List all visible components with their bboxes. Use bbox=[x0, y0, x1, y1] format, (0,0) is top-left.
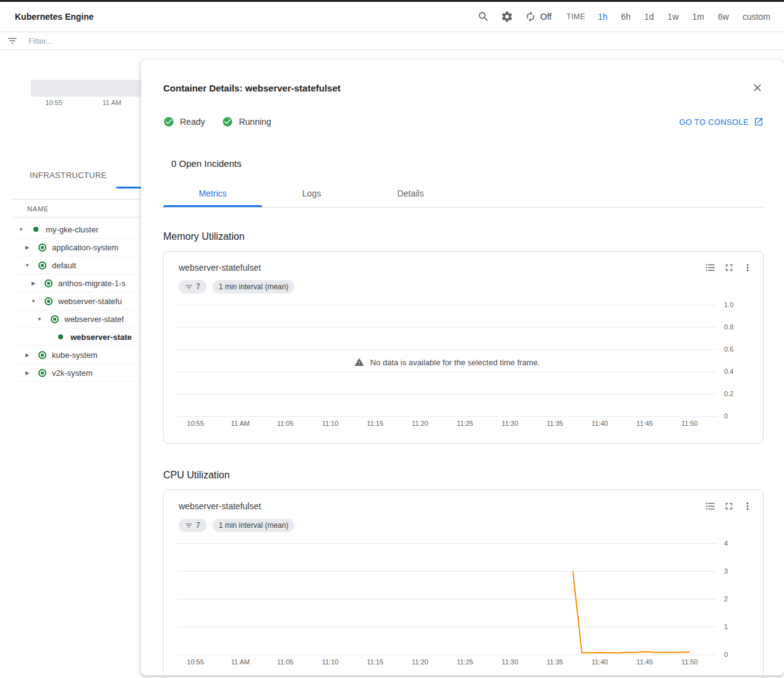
series-line bbox=[177, 537, 717, 661]
y-axis-label: 0 bbox=[724, 651, 728, 658]
tree-collapse-icon[interactable]: ▼ bbox=[22, 263, 32, 268]
y-axis-label: 0.2 bbox=[724, 390, 733, 397]
tree-item-webserver-statef[interactable]: ▼webserver-statef bbox=[12, 310, 142, 328]
go-to-console-link[interactable]: GO TO CONSOLE bbox=[679, 117, 764, 127]
cpu-utilization-chart[interactable]: 4321010:5511 AM11:0511:1011:1511:2011:25… bbox=[177, 537, 717, 661]
tree-item-label: kube-system bbox=[52, 350, 98, 360]
cpu-chart-card: webserver-statefulset bbox=[163, 489, 764, 678]
open-in-new-icon bbox=[754, 117, 764, 127]
tree-expand-icon[interactable]: ▶ bbox=[22, 245, 32, 250]
tree-expand-icon[interactable]: ▶ bbox=[28, 281, 38, 286]
time-label: TIME bbox=[566, 12, 586, 21]
x-axis-label: 11:25 bbox=[457, 420, 474, 427]
tree-expand-icon[interactable]: ▶ bbox=[22, 352, 32, 358]
filter-count-chip[interactable]: 7 bbox=[179, 519, 207, 532]
gridline bbox=[177, 371, 717, 372]
status-label: Ready bbox=[180, 117, 205, 127]
gridline bbox=[177, 349, 717, 350]
container-details-panel: Container Details: webserver-statefulset… bbox=[141, 60, 784, 676]
gridline bbox=[177, 327, 717, 328]
tree-item-default[interactable]: ▼default bbox=[12, 256, 142, 274]
time-range-1h[interactable]: 1h bbox=[597, 11, 609, 23]
time-range-1m[interactable]: 1m bbox=[691, 11, 705, 23]
refresh-icon bbox=[524, 11, 537, 23]
auto-refresh-toggle[interactable]: Off bbox=[524, 11, 552, 23]
status-dot-icon bbox=[56, 333, 65, 341]
filter-count-chip[interactable]: 7 bbox=[179, 280, 207, 294]
tree-collapse-icon[interactable]: ▼ bbox=[28, 299, 38, 304]
status-ready: Ready bbox=[163, 116, 205, 127]
tree-item-label: v2k-system bbox=[52, 368, 93, 378]
fullscreen-icon[interactable] bbox=[723, 262, 735, 273]
tree-item-label: webserver-state bbox=[70, 333, 132, 342]
time-range-custom[interactable]: custom bbox=[741, 11, 772, 23]
tree-item-webserver-state[interactable]: webserver-state bbox=[12, 328, 142, 346]
x-axis-label: 11:10 bbox=[322, 420, 339, 427]
y-axis-label: 4 bbox=[724, 540, 728, 547]
time-range-1w[interactable]: 1w bbox=[667, 11, 680, 23]
status-dot-icon bbox=[44, 297, 53, 305]
x-axis-label: 11:40 bbox=[592, 420, 608, 427]
more-vert-icon[interactable] bbox=[742, 501, 753, 512]
tree-item-application-system[interactable]: ▶application-system bbox=[12, 239, 142, 256]
x-axis-label: 11:15 bbox=[367, 420, 383, 427]
tab-metrics[interactable]: Metrics bbox=[163, 180, 262, 207]
mini-chart-tick: 11 AM bbox=[103, 99, 121, 106]
tree-item-my-gke-cluster[interactable]: ▼my-gke-cluster bbox=[12, 221, 142, 239]
y-axis-label: 0 bbox=[724, 412, 728, 420]
check-circle-icon bbox=[163, 116, 174, 127]
settings-gear-icon[interactable] bbox=[501, 11, 513, 23]
tree-collapse-icon[interactable]: ▼ bbox=[35, 316, 45, 322]
section-title-cpu: CPU Utilization bbox=[163, 470, 764, 481]
y-axis-label: 1.0 bbox=[724, 301, 733, 308]
filter-input[interactable] bbox=[27, 36, 778, 46]
mini-chart: 10:55 11 AM bbox=[31, 80, 142, 106]
tree-collapse-icon[interactable]: ▼ bbox=[16, 227, 26, 232]
search-icon[interactable] bbox=[477, 11, 490, 23]
tree-item-label: application-system bbox=[52, 243, 119, 252]
fullscreen-icon[interactable] bbox=[723, 501, 735, 512]
x-axis-label: 11:20 bbox=[412, 420, 428, 427]
tree-item-webserver-statefu[interactable]: ▼webserver-statefu bbox=[12, 292, 142, 310]
x-axis-label: 11:30 bbox=[501, 420, 518, 427]
status-dot-icon bbox=[38, 243, 46, 252]
mini-chart-tick: 10:55 bbox=[45, 99, 62, 106]
check-circle-icon bbox=[222, 116, 233, 127]
x-axis-label: 11:50 bbox=[681, 420, 698, 427]
tab-details[interactable]: Details bbox=[361, 180, 460, 207]
tree-item-kube-system[interactable]: ▶kube-system bbox=[12, 346, 142, 364]
memory-chart-card: webserver-statefulset bbox=[163, 251, 764, 444]
filter-icon bbox=[6, 35, 19, 47]
tree-item-anthos-migrate-1-s[interactable]: ▶anthos-migrate-1-s bbox=[12, 274, 142, 292]
status-dot-icon bbox=[38, 261, 46, 269]
y-axis-label: 0.6 bbox=[724, 345, 733, 353]
close-icon[interactable] bbox=[751, 82, 764, 94]
legend-icon[interactable] bbox=[705, 262, 716, 273]
open-incidents-label: 0 Open Incidents bbox=[171, 158, 764, 169]
time-range-6w[interactable]: 6w bbox=[717, 11, 730, 23]
status-label: Running bbox=[239, 117, 271, 127]
time-range-6h[interactable]: 6h bbox=[620, 11, 632, 23]
panel-title: Container Details: webserver-statefulset bbox=[163, 83, 341, 93]
mini-chart-area bbox=[31, 80, 142, 96]
tree-item-label: anthos-migrate-1-s bbox=[58, 279, 126, 288]
tree-item-v2k-system[interactable]: ▶v2k-system bbox=[12, 364, 142, 382]
filter-icon bbox=[185, 522, 193, 530]
tab-logs[interactable]: Logs bbox=[262, 180, 361, 207]
tab-infrastructure[interactable]: INFRASTRUCTURE bbox=[30, 171, 107, 180]
legend-icon[interactable] bbox=[705, 501, 716, 512]
tree-item-label: my-gke-cluster bbox=[46, 225, 98, 234]
status-dot-icon bbox=[38, 368, 46, 377]
y-axis-label: 0.8 bbox=[724, 323, 733, 331]
page-title: Kubernetes Engine bbox=[15, 12, 94, 22]
hidden-tab-underline bbox=[116, 187, 142, 189]
memory-utilization-chart[interactable]: No data is available for the selected ti… bbox=[177, 299, 717, 422]
tree-expand-icon[interactable]: ▶ bbox=[22, 370, 32, 376]
more-vert-icon[interactable] bbox=[742, 262, 753, 273]
interval-chip: 1 min interval (mean) bbox=[213, 519, 295, 532]
gridline bbox=[177, 416, 717, 417]
x-axis-label: 11:35 bbox=[547, 420, 563, 427]
refresh-state-label: Off bbox=[540, 12, 552, 22]
time-range-1d[interactable]: 1d bbox=[643, 11, 655, 23]
tree-column-header: NAME bbox=[12, 199, 142, 218]
